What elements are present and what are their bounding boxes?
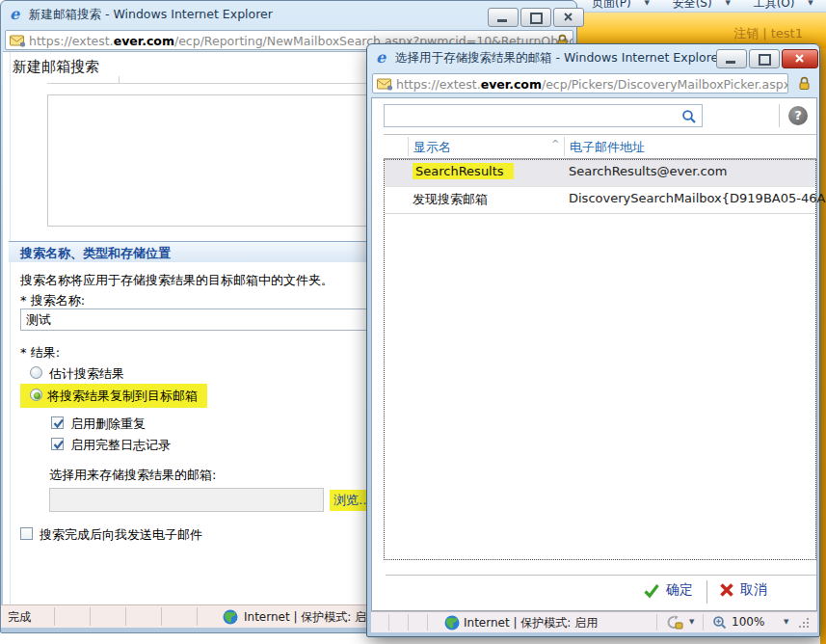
smartscreen-icon[interactable] bbox=[666, 615, 683, 630]
separator: | bbox=[762, 26, 766, 40]
help-button[interactable]: ? bbox=[788, 106, 808, 125]
username-label: test1 bbox=[771, 26, 803, 40]
x-icon bbox=[719, 582, 734, 598]
radio-estimate-label: 估计搜索结果 bbox=[49, 365, 124, 383]
window-title: 选择用于存储搜索结果的邮箱 - Windows Internet Explore… bbox=[395, 50, 723, 67]
picker-content: ? 显示名 ^ 电子邮件地址 SearchResults SearchResul… bbox=[371, 97, 817, 611]
chevron-down-icon: ▼ bbox=[644, 0, 649, 7]
search-name-label: * 搜索名称: bbox=[20, 292, 85, 309]
section-description: 搜索名称将应用于存储搜索结果的目标邮箱中的文件夹。 bbox=[20, 272, 333, 289]
radio-selected-dot bbox=[34, 392, 40, 399]
table-header: 显示名 ^ 电子邮件地址 bbox=[384, 134, 816, 159]
content-edge bbox=[10, 52, 11, 605]
url-domain: ever.com bbox=[114, 34, 174, 48]
url-scheme: https://extest. bbox=[396, 77, 481, 92]
internet-zone-icon bbox=[444, 615, 460, 631]
signout-link[interactable]: 注销 bbox=[733, 26, 759, 40]
check-icon bbox=[52, 439, 65, 450]
zone-text: Internet | 保护模式: 启用 bbox=[244, 609, 378, 626]
ecp-page-edge bbox=[820, 48, 826, 644]
radio-copy-label: 将搜索结果复制到目标邮箱 bbox=[47, 388, 198, 405]
resize-grip[interactable] bbox=[807, 618, 809, 620]
display-name-cell: 发现搜索邮箱 bbox=[413, 191, 488, 208]
menu-page[interactable]: 页面(P) ▼ bbox=[592, 0, 659, 10]
sort-ascending-icon: ^ bbox=[551, 139, 559, 149]
close-icon bbox=[563, 12, 573, 22]
page-icon bbox=[10, 35, 26, 47]
screenshot-root: 页面(P) ▼ 安全(S) ▼ 工具(O) ▼ ❨?❩ ▼ 注销 | test1… bbox=[0, 0, 826, 644]
column-email-address[interactable]: 电子邮件地址 bbox=[570, 139, 645, 156]
titlebar[interactable]: e 新建邮箱搜索 - Windows Internet Explorer bbox=[1, 1, 576, 27]
search-icon[interactable] bbox=[681, 109, 697, 124]
divider bbox=[779, 104, 780, 127]
checkbox-dedup-label: 启用删除重复 bbox=[70, 416, 146, 433]
zoom-icon bbox=[712, 615, 728, 631]
maximize-icon bbox=[530, 13, 543, 24]
ie-command-bar: 页面(P) ▼ 安全(S) ▼ 工具(O) ▼ ❨?❩ ▼ bbox=[576, 0, 826, 13]
email-cell: DiscoverySearchMailbox{D919BA05-46A... bbox=[569, 191, 826, 205]
divider bbox=[386, 575, 816, 576]
maximize-button[interactable] bbox=[520, 8, 551, 27]
target-mailbox-input bbox=[49, 488, 324, 512]
ok-button[interactable]: 确定 bbox=[643, 581, 693, 599]
radio-estimate-results[interactable] bbox=[30, 366, 42, 379]
titlebar[interactable]: e 选择用于存储搜索结果的邮箱 - Windows Internet Explo… bbox=[367, 44, 819, 70]
results-label: * 结果: bbox=[20, 344, 60, 362]
zoom-level[interactable]: 100% bbox=[732, 615, 764, 629]
minimize-button[interactable] bbox=[488, 8, 519, 27]
zone-text: Internet | 保护模式: 启用 bbox=[464, 615, 598, 631]
checkbox-email-me[interactable] bbox=[20, 527, 33, 540]
cancel-label: 取消 bbox=[740, 581, 767, 599]
minimize-icon bbox=[726, 61, 735, 64]
divider bbox=[706, 580, 707, 604]
email-cell: SearchResults@ever.com bbox=[569, 164, 727, 178]
mailbox-picker-window: e 选择用于存储搜索结果的邮箱 - Windows Internet Explo… bbox=[366, 43, 820, 637]
mailbox-list: SearchResults SearchResults@ever.com 发现搜… bbox=[384, 159, 816, 560]
checkbox-email-me-label: 搜索完成后向我发送电子邮件 bbox=[40, 526, 202, 544]
minimize-button[interactable] bbox=[716, 49, 747, 68]
radio-copy-results[interactable] bbox=[30, 389, 42, 401]
chevron-down-icon: ▼ bbox=[725, 0, 730, 7]
status-bar: Internet | 保护模式: 启用 ▼ 100% ▼ bbox=[371, 611, 817, 632]
close-icon bbox=[794, 53, 805, 64]
page-title: 新建邮箱搜索 bbox=[13, 58, 99, 76]
checkbox-logging-label: 启用完整日志记录 bbox=[70, 437, 171, 454]
close-button[interactable] bbox=[782, 49, 818, 68]
check-icon bbox=[52, 417, 65, 429]
url-path: /ecp/Pickers/DiscoveryMailboxPicker.aspx… bbox=[542, 77, 788, 92]
search-input[interactable] bbox=[384, 104, 703, 127]
maximize-icon bbox=[759, 54, 771, 66]
menu-security[interactable]: 安全(S) ▼ bbox=[673, 0, 740, 10]
checkbox-dedup[interactable] bbox=[51, 416, 64, 429]
page-icon bbox=[377, 78, 393, 91]
url-domain: ever.com bbox=[481, 77, 542, 92]
divider bbox=[119, 76, 120, 84]
url-scheme: https://extest. bbox=[29, 34, 114, 48]
table-row-discovery-mailbox[interactable]: 发现搜索邮箱 DiscoverySearchMailbox{D919BA05-4… bbox=[385, 186, 815, 214]
table-row-searchresults[interactable]: SearchResults SearchResults@ever.com bbox=[385, 160, 815, 186]
ie-logo-icon: e bbox=[376, 48, 386, 67]
ok-label: 确定 bbox=[666, 581, 693, 599]
internet-zone-icon bbox=[223, 609, 238, 625]
checkbox-full-logging[interactable] bbox=[51, 438, 64, 450]
close-button[interactable] bbox=[553, 8, 584, 27]
cancel-button[interactable]: 取消 bbox=[719, 581, 767, 599]
ie-logo-icon: e bbox=[10, 5, 19, 23]
lock-icon bbox=[798, 75, 811, 91]
chevron-down-icon[interactable]: ▼ bbox=[784, 618, 788, 626]
chevron-down-icon: ▼ bbox=[808, 0, 813, 7]
window-title: 新建邮箱搜索 - Windows Internet Explorer bbox=[29, 7, 273, 23]
maximize-button[interactable] bbox=[749, 49, 780, 68]
menu-tools[interactable]: 工具(O) ▼ bbox=[754, 0, 823, 10]
highlighted-display-name: SearchResults bbox=[413, 163, 514, 179]
chevron-down-icon[interactable]: ▼ bbox=[689, 618, 694, 626]
check-icon bbox=[643, 582, 660, 599]
target-mailbox-label: 选择用来存储搜索结果的邮箱: bbox=[49, 467, 216, 484]
address-bar[interactable]: https://extest.ever.com/ecp/Pickers/Disc… bbox=[372, 73, 788, 94]
column-display-name[interactable]: 显示名 bbox=[413, 139, 451, 156]
minimize-icon bbox=[497, 19, 507, 22]
status-done: 完成 bbox=[8, 609, 31, 626]
